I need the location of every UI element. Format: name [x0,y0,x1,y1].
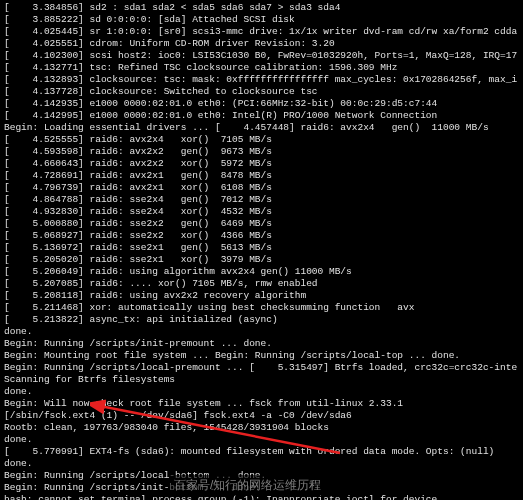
watermark-attribution: 百家号/知行的网络运维历程 [170,475,325,496]
terminal-output[interactable]: [ 3.384856] sd2 : sda1 sda2 < sda5 sda6 … [0,0,523,500]
boot-log: [ 3.384856] sd2 : sda1 sda2 < sda5 sda6 … [4,2,519,500]
